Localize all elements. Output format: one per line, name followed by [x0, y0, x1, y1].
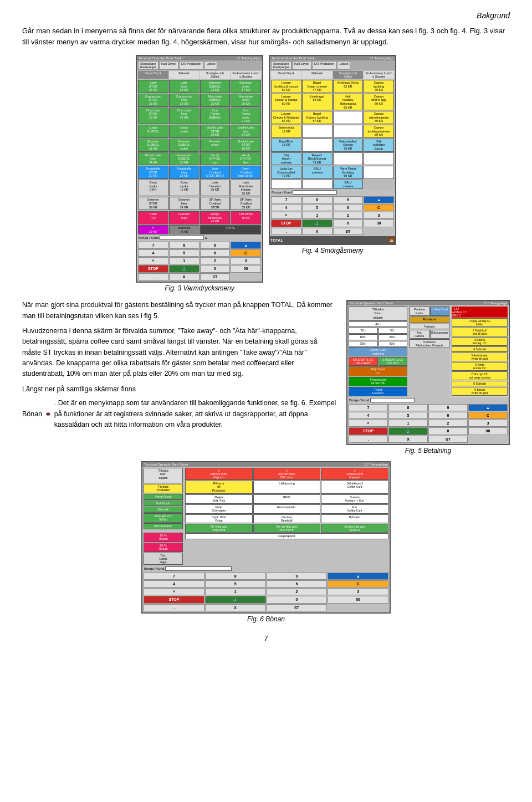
fig6-btn-dh-produkter[interactable]: DH Produkter: [144, 523, 183, 529]
fig3-btn-steamer-liten[interactable]: Steamerliten39 KR: [169, 197, 200, 210]
fig3-btn-laktosfri[interactable]: LaktosfriSoja: [169, 211, 200, 224]
fig5-right-btn-8[interactable]: 8 Subtotal: [452, 381, 508, 386]
fig6-num-up[interactable]: ▲: [328, 573, 388, 580]
fig3-btn-americano[interactable]: AmericanoDUBBEL25 KR: [169, 152, 200, 166]
fig5-btn-ilva[interactable]: IlvaFaktura: [410, 330, 429, 339]
fig5-num-1[interactable]: 1: [388, 420, 428, 427]
fig3-btn-macch-dubbel[interactable]: MacchiatoDUBBEL25 KR: [200, 94, 231, 107]
fig6-num-2[interactable]: 2: [267, 588, 328, 595]
fig3-btn-whipp[interactable]: Whippmjölk/soja+3 KR: [200, 211, 231, 224]
fig5-amt-500[interactable]: 500:-: [378, 341, 408, 347]
fig3-btn-latte-liten[interactable]: Latteliten33 KR: [169, 80, 200, 93]
fig6-num-X[interactable]: X: [205, 604, 266, 611]
fig3-num-8[interactable]: 8: [169, 242, 200, 249]
fig5-num-3[interactable]: 3: [468, 420, 508, 427]
fig4-btn-rawabi[interactable]: RawabiBicoli/Spenat79 KR: [302, 152, 332, 166]
fig3-btn-steamer-stor[interactable]: SteamerSTOR39 KR: [138, 197, 168, 210]
fig6-num-00[interactable]: 00: [328, 596, 388, 604]
fig4-btn-caesar-kyckling1[interactable]: Caesarkyckling79 KR: [364, 80, 394, 93]
fig4-btn-salj-malvete3[interactable]: SÄLJmalvete: [333, 180, 364, 189]
fig5-right-btn-5[interactable]: 5 Avsluta reg.Kvitto till gäst: [452, 353, 508, 361]
fig6-btn-alla-har[interactable]: 2Alla här/Svinn25% momc: [253, 468, 321, 480]
fig4-cat-3[interactable]: Smörgås och Sallad: [333, 71, 364, 79]
fig5-right-btn-2[interactable]: 2 SaldokollInfo till gäst: [452, 328, 508, 336]
fig3-btn-varmchok-liten[interactable]: VarmChokladliten 33 KR: [231, 166, 261, 179]
fig4-num-7[interactable]: 7: [271, 196, 301, 203]
fig5-num-0left[interactable]: 0: [428, 427, 468, 435]
fig6-num-3[interactable]: 3: [328, 588, 388, 595]
fig4-num-9[interactable]: 9: [333, 196, 364, 203]
fig6-num-7[interactable]: 7: [144, 573, 204, 580]
fig4-btn-bagel-hickory[interactable]: BagelHickory kyckling57 KR: [302, 111, 332, 124]
fig6-btn-dryck-brod[interactable]: Dryck, BrödÖvrigt: [185, 514, 253, 523]
fig5-btn-parkera[interactable]: ParkeraKvitto: [410, 307, 429, 316]
fig4-cat-1[interactable]: Varmt Dryck: [271, 71, 301, 79]
fig3-btn-ristretto-dubbel2[interactable]: RistrettoDUBBELenkel: [169, 139, 200, 152]
fig6-btn-tillbaka[interactable]: TillbakaStor-säljare: [144, 468, 183, 483]
fig5-right-btn-6[interactable]: 6 KvittsAnmär CC: [452, 362, 508, 371]
fig3-btn-total[interactable]: TOTAL: [200, 225, 262, 234]
fig3-bonga-input[interactable]: [160, 236, 204, 240]
fig6-num-snake[interactable]: ⚓: [205, 596, 266, 604]
fig3-btn-chai-liten[interactable]: Chai Latteliten33 KR: [169, 108, 200, 124]
fig6-btn-dagsrapport[interactable]: Dagsrapport: [185, 533, 388, 539]
fig6-num-8[interactable]: 8: [205, 573, 266, 580]
fig4-num-ST[interactable]: ST: [333, 228, 364, 235]
fig4-btn-kyckling-delux[interactable]: Kycklings Delux65 KR: [333, 80, 364, 93]
fig5-right-btn-9[interactable]: 9 BetaldKvitts till gäst: [452, 387, 508, 396]
fig3-menu-2[interactable]: Kall Dryck: [159, 61, 178, 70]
fig3-btn-vanilla-stor[interactable]: Vanilla LatteSTOR38 KR: [200, 125, 231, 138]
fig5-amt-300[interactable]: 300:-: [378, 334, 408, 340]
fig3-btn-extra2[interactable]: Extrastyrka+1 KR: [169, 180, 200, 196]
fig4-btn-salj-malvete1[interactable]: Säljbaconmalvete: [271, 152, 301, 166]
fig6-btn-ravaror[interactable]: RåvarortillProdukter: [185, 481, 253, 494]
fig6-num-9[interactable]: 9: [267, 573, 328, 580]
fig5-btn-student-atahar[interactable]: STUDENT & CCÄTA HÄR: [378, 357, 408, 366]
fig6-num-1[interactable]: 1: [205, 588, 266, 595]
fig4-num-1[interactable]: 1: [302, 212, 332, 219]
fig3-btn-brygg2-liten[interactable]: Bryggkaffeliten25 KR: [169, 166, 200, 179]
fig5-num-7[interactable]: 7: [349, 404, 388, 411]
fig3-btn-macch-enkel[interactable]: Macchiatoenkel20 KR: [231, 94, 261, 107]
fig6-btn-personalutskr[interactable]: Personalutskr.: [253, 504, 321, 514]
fig4-btn-barnmacka[interactable]: Barnmacka19 KR: [271, 125, 301, 138]
fig3-btn-sf-chok-stor[interactable]: SF VarmChokladSTOR: [200, 197, 231, 210]
fig3-num-0left[interactable]: 0: [200, 265, 231, 273]
fig3-btn-vanilla-liten[interactable]: Vanilla Latteliten34 KR: [231, 125, 261, 138]
fig4-btn-caesar-natverks[interactable]: Caesarnätverks/pesto69 KR: [364, 111, 394, 124]
fig4-btn-levam-chevre[interactable]: LevamChèvre & Rödbeter57 KR: [271, 111, 301, 124]
fig3-btn-brygg-stor[interactable]: elle ÄrBRYGGstor: [200, 152, 231, 166]
fig5-btn-nojd-gast[interactable]: Nöjd GästCC: [349, 366, 407, 376]
fig6-btn-mejeri[interactable]: MejeriKött, Fisk: [185, 494, 253, 504]
fig6-num-ST[interactable]: ST: [267, 604, 328, 611]
fig4-num-hash[interactable]: #: [271, 212, 301, 219]
fig3-menu-1[interactable]: StorsäljareKampanjer: [138, 61, 158, 70]
fig3-cat-1[interactable]: Varmt Dryck: [138, 71, 168, 79]
fig3-btn-latte-mac[interactable]: LatteMacchiatoIntense39 KR: [231, 180, 261, 196]
fig4-btn-caesar-malvete[interactable]: Caesarkyckling/malvete69 KR: [364, 125, 394, 138]
fig6-bonga-input[interactable]: [165, 566, 232, 571]
fig3-num-5[interactable]: 5: [169, 249, 200, 257]
fig6-btn-10-rabatt[interactable]: 10 %Rabatt: [144, 533, 183, 542]
fig4-num-00[interactable]: 00: [364, 219, 394, 227]
fig6-num-0left[interactable]: 0: [267, 596, 328, 604]
fig6-btn-korr-cc[interactable]: Korr.Coffee Card: [321, 504, 388, 514]
fig3-cat-2[interactable]: Bakverk: [169, 71, 200, 79]
fig3-num-dot[interactable]: .: [138, 273, 168, 280]
fig6-num-dot[interactable]: .: [144, 604, 204, 611]
fig5-amt-200[interactable]: 200:-: [349, 341, 378, 347]
fig4-num-0left[interactable]: 0: [333, 219, 364, 227]
fig5-num-9[interactable]: 9: [428, 404, 468, 411]
fig6-num-hash[interactable]: #: [144, 588, 204, 595]
fig5-num-hash[interactable]: #: [349, 420, 388, 427]
fig3-btn-ristretto-dubbel1[interactable]: RistrettoDUBBEL21 KR: [138, 139, 168, 152]
fig6-btn-ata-har-nojd[interactable]: Äta här/Nöjd gäst25% momm: [253, 524, 321, 533]
fig4-btn-lydig[interactable]: Lydig LaxQuinousallad79 KR: [271, 166, 301, 179]
fig3-num-9[interactable]: 9: [200, 242, 231, 249]
fig4-num-5[interactable]: 5: [302, 204, 332, 211]
fig5-right-btn-4[interactable]: 4 Subtotal: [452, 346, 508, 352]
fig5-num-ST[interactable]: ST: [428, 436, 468, 443]
fig4-btn-varm-pasta[interactable]: Varm PastaKyckling69 KR: [333, 166, 364, 179]
fig4-bonga-input[interactable]: [293, 190, 337, 195]
fig5-bonga-input[interactable]: [370, 398, 415, 402]
